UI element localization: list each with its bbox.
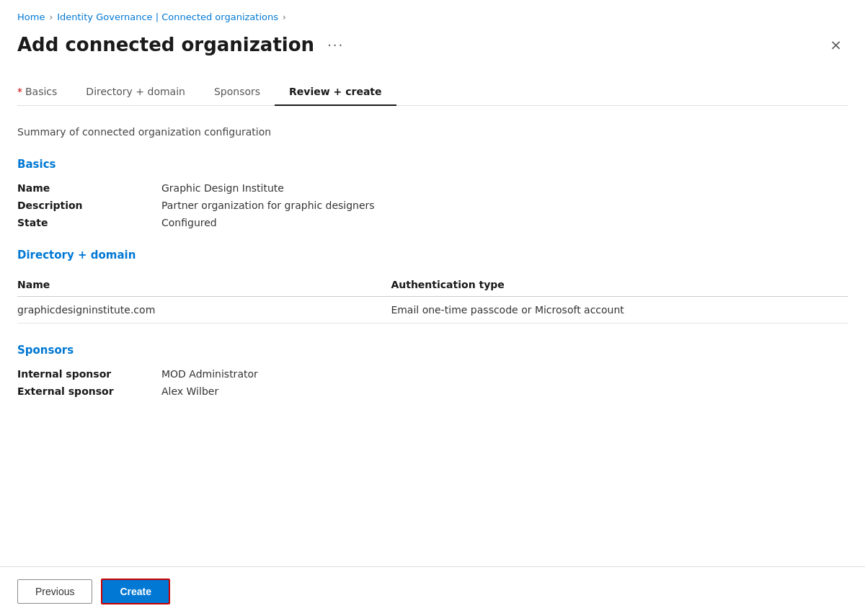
breadcrumb-separator-1: › <box>49 12 53 22</box>
sponsors-section-title: Sponsors <box>17 344 848 357</box>
sponsors-internal-row: Internal sponsor MOD Administrator <box>17 368 848 380</box>
sponsors-external-row: External sponsor Alex Wilber <box>17 385 848 397</box>
basics-name-value: Graphic Design Institute <box>161 182 284 194</box>
tab-basics[interactable]: *Basics <box>17 79 71 106</box>
breadcrumb-separator-2: › <box>283 12 286 22</box>
sponsors-internal-key: Internal sponsor <box>17 368 161 380</box>
page-header: Add connected organization ··· × <box>17 34 848 55</box>
sponsors-external-value: Alex Wilber <box>161 385 218 397</box>
required-star: * <box>17 86 22 97</box>
tab-review-create[interactable]: Review + create <box>275 79 396 106</box>
tab-directory-domain[interactable]: Directory + domain <box>71 79 200 106</box>
basics-description-row: Description Partner organization for gra… <box>17 200 848 211</box>
basics-state-key: State <box>17 217 161 228</box>
summary-description: Summary of connected organization config… <box>17 126 848 138</box>
directory-domain-section-title: Directory + domain <box>17 249 848 262</box>
sponsors-internal-value: MOD Administrator <box>161 368 258 380</box>
page-title: Add connected organization <box>17 34 314 55</box>
table-cell-auth-type: Email one-time passcode or Microsoft acc… <box>391 297 848 323</box>
directory-domain-table: Name Authentication type graphicdesignin… <box>17 273 848 323</box>
breadcrumb-home[interactable]: Home <box>17 12 45 22</box>
breadcrumb-identity-governance[interactable]: Identity Governance | Connected organiza… <box>57 12 278 22</box>
close-button[interactable]: × <box>824 35 848 55</box>
basics-description-key: Description <box>17 200 161 211</box>
more-options-button[interactable]: ··· <box>323 35 348 55</box>
table-cell-domain-name: graphicdesigninstitute.com <box>17 297 391 323</box>
footer: Previous Create <box>0 566 865 616</box>
previous-button[interactable]: Previous <box>17 579 92 604</box>
table-row: graphicdesigninstitute.com Email one-tim… <box>17 297 848 323</box>
table-col-name: Name <box>17 273 391 297</box>
sponsors-external-key: External sponsor <box>17 385 161 397</box>
breadcrumb: Home › Identity Governance | Connected o… <box>17 12 848 22</box>
wizard-tabs: *Basics Directory + domain Sponsors Revi… <box>17 79 848 106</box>
basics-section: Basics Name Graphic Design Institute Des… <box>17 158 848 228</box>
basics-description-value: Partner organization for graphic designe… <box>161 200 375 211</box>
basics-section-title: Basics <box>17 158 848 171</box>
sponsors-section: Sponsors Internal sponsor MOD Administra… <box>17 344 848 397</box>
table-col-auth-type: Authentication type <box>391 273 848 297</box>
create-button[interactable]: Create <box>101 579 170 604</box>
basics-state-row: State Configured <box>17 217 848 228</box>
basics-state-value: Configured <box>161 217 217 228</box>
basics-name-row: Name Graphic Design Institute <box>17 182 848 194</box>
tab-sponsors[interactable]: Sponsors <box>200 79 275 106</box>
basics-name-key: Name <box>17 182 161 194</box>
directory-domain-section: Directory + domain Name Authentication t… <box>17 249 848 323</box>
page-content: Summary of connected organization config… <box>17 126 848 475</box>
